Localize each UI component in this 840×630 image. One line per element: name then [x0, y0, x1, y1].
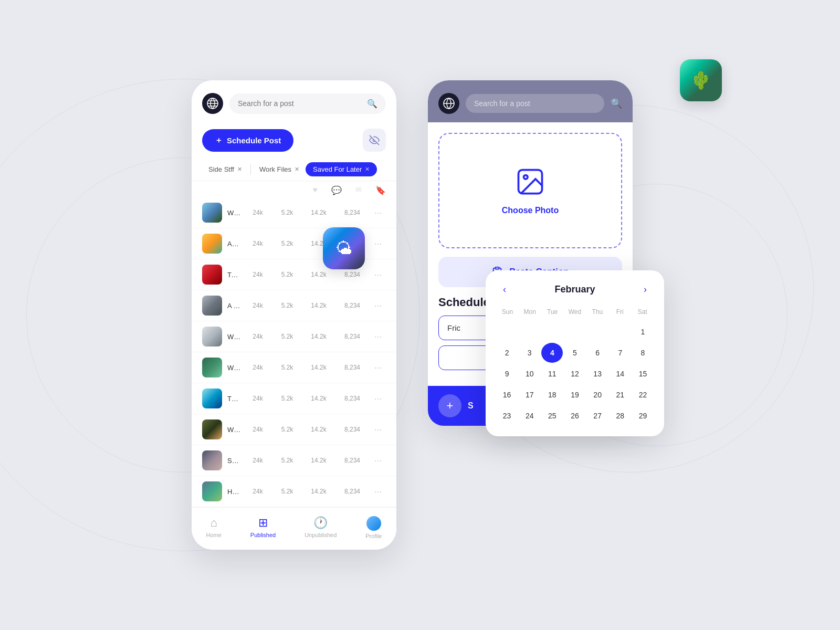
calendar-days-header: Sun Mon Tue Wed Thu Fri Sat	[496, 306, 654, 318]
calendar-day-17[interactable]: 17	[519, 385, 540, 405]
schedule-post-button[interactable]: ＋ Schedule Post	[202, 129, 293, 152]
post-row[interactable]: What's dri... 24k 5.2k 14.2k 8,234 ···	[192, 197, 396, 228]
post-likes: 24k	[244, 364, 271, 371]
calendar-day-24[interactable]: 24	[519, 406, 540, 426]
calendar-day-4[interactable]: 4	[541, 343, 563, 363]
post-thumbnail	[202, 265, 222, 285]
post-more-menu[interactable]: ···	[370, 269, 386, 280]
calendar-day-25[interactable]: 25	[541, 406, 563, 426]
column-headers: ♥ 💬 ✉ 🔖	[192, 181, 396, 197]
post-thumbnail	[202, 419, 222, 439]
nav-unpublished[interactable]: 🕐 Unpublished	[304, 516, 337, 539]
post-more-menu[interactable]: ···	[370, 455, 386, 466]
calendar-day-6[interactable]: 6	[587, 343, 608, 363]
post-row[interactable]: How did we... 24k 5.2k 14.2k 8,234 ···	[192, 476, 396, 507]
calendar-day-22[interactable]: 22	[632, 385, 654, 405]
post-likes: 24k	[244, 302, 271, 309]
post-comments: 5.2k	[274, 457, 301, 464]
tab-work-files[interactable]: Work Files ✕	[253, 162, 306, 176]
calendar-day-20[interactable]: 20	[587, 385, 608, 405]
post-row[interactable]: Anixeity... 24k 5.2k 14.2k 8,234 ···	[192, 228, 396, 259]
right-phone-header: 🔍	[428, 80, 633, 122]
post-title: Anixeity...	[227, 240, 242, 248]
post-more-menu[interactable]: ···	[370, 362, 386, 373]
calendar-day-1[interactable]: 1	[632, 322, 654, 342]
post-bookmarks: 8,234	[337, 302, 368, 309]
right-search-icon: 🔍	[611, 98, 622, 109]
post-thumbnail	[202, 203, 222, 223]
post-more-menu[interactable]: ···	[370, 207, 386, 218]
tab-saved-for-later[interactable]: Saved For Later ✕	[306, 162, 377, 176]
day-header-wed: Wed	[564, 306, 586, 318]
calendar-day-19[interactable]: 19	[564, 385, 585, 405]
left-search-bar[interactable]: 🔍	[229, 93, 386, 114]
calendar-day-9[interactable]: 9	[496, 364, 518, 384]
tab-side-stff[interactable]: Side Stff ✕	[202, 162, 248, 176]
calendar-day-21[interactable]: 21	[610, 385, 631, 405]
photo-upload-area[interactable]: Choose Photo	[438, 133, 622, 248]
add-post-button[interactable]: +	[438, 394, 461, 417]
phone-actions: ＋ Schedule Post	[192, 122, 396, 158]
post-row[interactable]: The cha... 24k 5.2k 14.2k 8,234 ···	[192, 383, 396, 414]
tab-side-stff-close[interactable]: ✕	[237, 166, 242, 173]
search-icon: 🔍	[367, 99, 377, 109]
post-bookmarks: 8,234	[337, 271, 368, 278]
calendar-day-12[interactable]: 12	[564, 364, 585, 384]
calendar-empty-cell	[587, 322, 608, 342]
post-more-menu[interactable]: ···	[370, 393, 386, 404]
calendar-day-16[interactable]: 16	[496, 385, 518, 405]
calendar-day-5[interactable]: 5	[564, 343, 585, 363]
calendar-day-27[interactable]: 27	[587, 406, 608, 426]
post-more-menu[interactable]: ···	[370, 486, 386, 497]
visibility-toggle-button[interactable]	[363, 129, 386, 152]
calendar-prev-button[interactable]: ‹	[496, 281, 513, 298]
day-header-sun: Sun	[496, 306, 519, 318]
post-more-menu[interactable]: ···	[370, 424, 386, 435]
calendar-day-29[interactable]: 29	[632, 406, 654, 426]
post-more-menu[interactable]: ···	[370, 331, 386, 342]
calendar-day-23[interactable]: 23	[496, 406, 518, 426]
calendar-day-26[interactable]: 26	[564, 406, 585, 426]
nav-profile[interactable]: Profile	[365, 516, 382, 539]
post-row[interactable]: A cloud... 24k 5.2k 14.2k 8,234 ···	[192, 290, 396, 321]
post-likes: 24k	[244, 209, 271, 216]
post-row[interactable]: What happ... 24k 5.2k 14.2k 8,234 ···	[192, 414, 396, 445]
post-row[interactable]: Sould you... 24k 5.2k 14.2k 8,234 ···	[192, 445, 396, 476]
post-shares: 14.2k	[303, 271, 334, 278]
tab-work-files-close[interactable]: ✕	[295, 166, 299, 173]
calendar-day-18[interactable]: 18	[541, 385, 563, 405]
calendar-day-7[interactable]: 7	[610, 343, 631, 363]
calendar-day-14[interactable]: 14	[610, 364, 631, 384]
day-header-thu: Thu	[586, 306, 608, 318]
nav-home[interactable]: ⌂ Home	[206, 516, 221, 539]
post-bookmarks: 8,234	[337, 457, 368, 464]
post-row[interactable]: Who gets... 24k 5.2k 14.2k 8,234 ···	[192, 321, 396, 352]
calendar-day-13[interactable]: 13	[587, 364, 608, 384]
published-icon: ⊞	[258, 516, 268, 530]
right-search-input[interactable]	[466, 94, 604, 113]
day-header-tue: Tue	[541, 306, 564, 318]
tab-saved-for-later-close[interactable]: ✕	[365, 166, 370, 173]
post-more-menu[interactable]: ···	[370, 300, 386, 311]
calendar-day-15[interactable]: 15	[632, 364, 654, 384]
post-row[interactable]: What's driv... 24k 5.2k 14.2k 8,234 ···	[192, 352, 396, 383]
calendar-day-28[interactable]: 28	[610, 406, 631, 426]
post-likes: 24k	[244, 240, 271, 247]
calendar-day-3[interactable]: 3	[519, 343, 540, 363]
calendar-day-11[interactable]: 11	[541, 364, 563, 384]
post-shares: 14.2k	[303, 395, 334, 402]
left-search-input[interactable]	[238, 99, 363, 108]
calendar-next-button[interactable]: ›	[637, 281, 654, 298]
calendar-day-10[interactable]: 10	[519, 364, 540, 384]
tab-work-files-label: Work Files	[259, 165, 291, 173]
calendar-day-2[interactable]: 2	[496, 343, 518, 363]
post-title: What happ...	[227, 426, 242, 434]
post-row[interactable]: Two ye... 24k 5.2k 14.2k 8,234 ···	[192, 259, 396, 290]
tab-side-stff-label: Side Stff	[208, 165, 234, 173]
calendar-day-8[interactable]: 8	[632, 343, 654, 363]
post-more-menu[interactable]: ···	[370, 238, 386, 249]
post-shares: 14.2k	[303, 426, 334, 433]
nav-published[interactable]: ⊞ Published	[250, 516, 276, 539]
post-thumbnail	[202, 327, 222, 346]
schedule-post-label: Schedule Post	[227, 136, 281, 145]
